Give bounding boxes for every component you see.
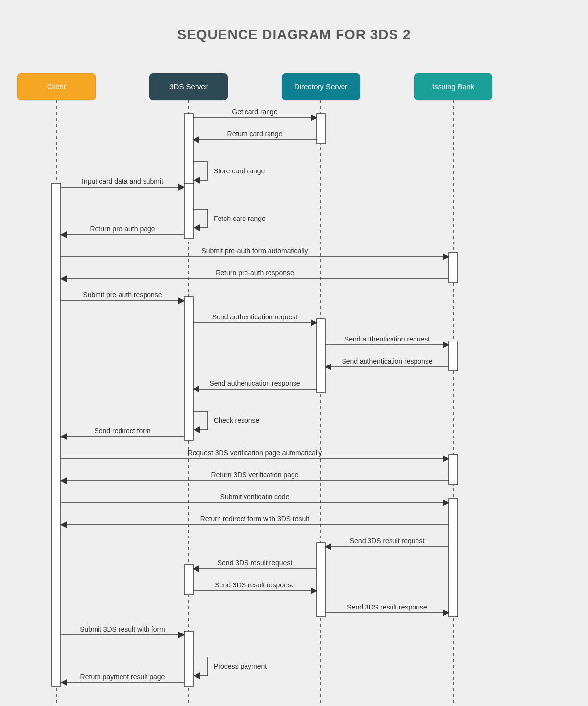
activation-client	[52, 183, 61, 686]
activation-bank	[449, 341, 458, 371]
msg-label: Get card range	[232, 108, 278, 116]
msg-label: Send authentication request	[344, 335, 430, 343]
msg-label: Return 3DS verification page	[211, 471, 299, 479]
msg-label: Send authentication request	[212, 313, 297, 321]
msg-label: Submit pre-auth response	[83, 291, 162, 299]
msg-label: Return pre-auth page	[90, 225, 155, 233]
activation-bank	[449, 455, 458, 485]
self-msg-arrow	[193, 209, 208, 228]
msg-label: Return payment result page	[80, 673, 165, 681]
sequence-diagram: SEQUENCE DIAGRAM FOR 3DS 2 Client3DS Ser…	[0, 0, 588, 706]
participant-label-client: Client	[47, 82, 66, 91]
activation-bank	[449, 253, 458, 283]
participant-label-dir: Directory Server	[294, 82, 347, 91]
msg-label: Check respnse	[214, 416, 260, 424]
msg-label: Store card range	[214, 167, 265, 175]
msg-label: Request 3DS verification page automatica…	[188, 449, 322, 457]
activation-3ds	[184, 631, 193, 686]
msg-label: Submit verificatin code	[220, 493, 290, 501]
activation-3ds	[184, 183, 193, 239]
msg-label: Fetch card range	[214, 215, 266, 222]
diagram-title: SEQUENCE DIAGRAM FOR 3DS 2	[177, 27, 411, 42]
self-msg-arrow	[193, 162, 208, 180]
activation-3ds	[184, 565, 193, 595]
msg-label: Submit 3DS result with form	[80, 625, 165, 633]
participant-label-3ds: 3DS Server	[170, 82, 208, 91]
activation-bank	[449, 499, 458, 617]
msg-label: Return pre-auth response	[216, 269, 294, 277]
msg-label: Input card data and submit	[82, 177, 163, 185]
activation-dir	[317, 319, 325, 393]
activation-dir	[317, 114, 325, 144]
self-msg-arrow	[193, 657, 208, 676]
activation-3ds	[184, 114, 193, 184]
msg-label: Submit pre-auth form automatically	[201, 247, 308, 255]
participant-label-bank: Issuing Bank	[432, 82, 474, 91]
activation-3ds	[184, 297, 193, 440]
activation-dir	[317, 543, 325, 617]
msg-label: Process payment	[214, 662, 267, 670]
msg-label: Send 3DS result response	[347, 603, 427, 611]
msg-label: Send authentication response	[342, 357, 432, 365]
msg-label: Return card range	[227, 130, 283, 138]
msg-label: Send redirect form	[94, 427, 150, 435]
self-msg-arrow	[193, 411, 208, 430]
msg-label: Send 3DS result request	[350, 537, 425, 545]
msg-label: Send authentication response	[209, 379, 300, 387]
msg-label: Send 3DS result request	[218, 559, 293, 567]
msg-label: Return redirect form with 3DS result	[200, 515, 310, 523]
msg-label: Send 3DS result response	[215, 581, 295, 589]
